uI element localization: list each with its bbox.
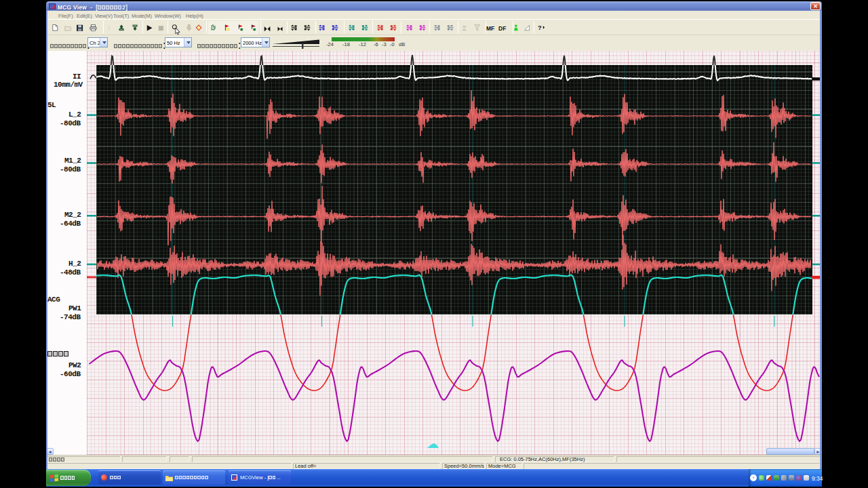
svg-text:?: ?	[538, 24, 542, 31]
